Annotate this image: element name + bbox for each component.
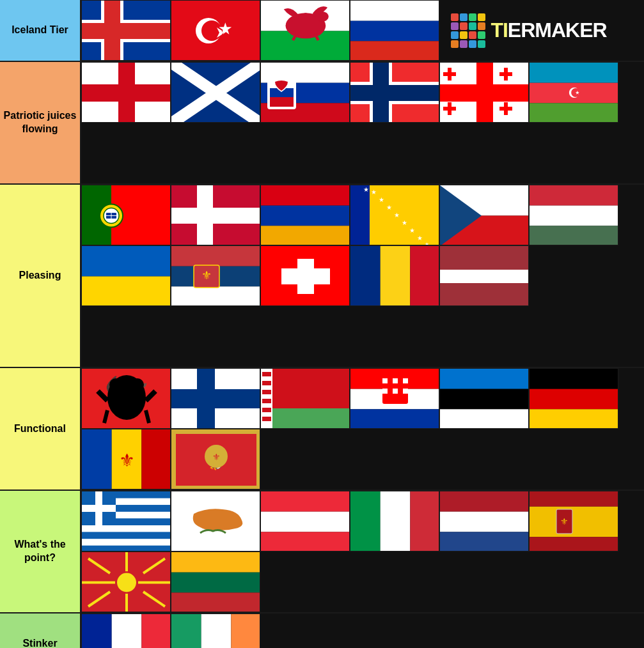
svg-rect-85 xyxy=(82,277,171,307)
svg-rect-3 xyxy=(82,23,171,39)
svg-rect-45 xyxy=(499,72,512,76)
svg-rect-86 xyxy=(171,246,260,266)
svg-rect-164 xyxy=(381,491,411,552)
svg-rect-38 xyxy=(373,63,389,123)
svg-rect-132 xyxy=(440,389,529,410)
svg-rect-152 xyxy=(82,525,171,532)
svg-rect-129 xyxy=(388,394,393,399)
flag-estonia xyxy=(439,368,529,429)
svg-rect-134 xyxy=(530,369,618,389)
svg-text:★: ★ xyxy=(394,212,400,219)
svg-text:★: ★ xyxy=(409,227,415,234)
svg-marker-68 xyxy=(370,185,439,245)
svg-text:★: ★ xyxy=(402,219,407,226)
svg-rect-64 xyxy=(261,185,350,206)
svg-rect-63 xyxy=(197,185,213,245)
flag-latvia xyxy=(439,245,529,306)
tier-label-functional: Functional xyxy=(0,368,81,490)
svg-rect-17 xyxy=(350,1,439,21)
tier-row-patriotic: Patriotic juices flowing xyxy=(0,62,644,185)
svg-rect-165 xyxy=(410,491,439,552)
svg-rect-65 xyxy=(261,206,350,226)
svg-rect-124 xyxy=(388,383,393,389)
flag-switzerland xyxy=(260,245,350,306)
svg-rect-171 xyxy=(530,537,618,552)
svg-rect-81 xyxy=(530,185,618,206)
tier-content-whatpoint: ⚜ xyxy=(81,491,644,612)
logo-grid-icon xyxy=(451,13,485,48)
svg-rect-188 xyxy=(112,614,142,648)
flag-norway xyxy=(350,62,439,123)
flag-albania: 🦅 xyxy=(81,368,171,429)
svg-rect-43 xyxy=(443,72,456,76)
svg-rect-88 xyxy=(171,286,260,306)
flag-moldova: ⚜ xyxy=(81,429,171,490)
flag-northmacedonia xyxy=(81,552,171,612)
flag-cyprus xyxy=(171,491,260,552)
svg-rect-94 xyxy=(350,246,381,306)
tier-row-functional: Functional 🦅 xyxy=(0,368,644,491)
svg-rect-139 xyxy=(141,429,171,490)
flag-georgia xyxy=(439,62,529,123)
svg-rect-131 xyxy=(440,369,529,389)
tier-row-iceland: Iceland Tier xyxy=(0,0,644,62)
svg-rect-161 xyxy=(261,512,350,532)
flag-ireland xyxy=(171,613,260,648)
svg-rect-133 xyxy=(440,409,529,429)
tiermaker-text: Tiermaker xyxy=(491,19,606,42)
flag-austria xyxy=(260,491,350,552)
svg-rect-154 xyxy=(82,539,171,546)
svg-rect-113 xyxy=(262,390,271,394)
svg-rect-121 xyxy=(382,378,388,383)
svg-rect-93 xyxy=(281,268,330,284)
svg-rect-98 xyxy=(440,270,529,283)
svg-rect-185 xyxy=(171,573,260,593)
svg-text:⚜: ⚜ xyxy=(201,269,212,282)
svg-rect-130 xyxy=(398,394,403,399)
svg-rect-168 xyxy=(440,532,529,552)
svg-rect-109 xyxy=(261,408,350,429)
tier-content-patriotic: ☪ xyxy=(81,62,644,183)
flag-montenegro: 🦅 ⚜ xyxy=(171,429,260,490)
svg-rect-158 xyxy=(82,505,116,512)
svg-text:☪: ☪ xyxy=(568,85,581,101)
flag-lithuania xyxy=(171,552,260,612)
tier-content-stinker xyxy=(81,613,644,648)
svg-rect-114 xyxy=(262,399,271,403)
svg-rect-122 xyxy=(393,378,398,383)
tier-content-functional: 🦅 xyxy=(81,368,644,490)
svg-point-104 xyxy=(131,378,144,391)
svg-rect-52 xyxy=(530,103,618,123)
flag-armenia xyxy=(260,185,350,245)
svg-text:★: ★ xyxy=(371,189,377,196)
svg-rect-37 xyxy=(350,85,439,101)
flag-czech xyxy=(439,185,529,245)
svg-rect-50 xyxy=(530,63,618,83)
svg-text:★: ★ xyxy=(363,186,369,193)
tier-row-stinker: Stinker xyxy=(0,613,644,648)
svg-text:★: ★ xyxy=(219,21,232,37)
flag-denmark xyxy=(171,185,260,245)
tier-label-pleasing: Pleasing xyxy=(0,185,81,367)
svg-rect-135 xyxy=(530,389,618,410)
flag-netherlands xyxy=(439,491,529,552)
flag-portugal xyxy=(81,185,171,245)
svg-rect-41 xyxy=(440,84,529,102)
svg-rect-62 xyxy=(171,208,260,224)
flag-iceland xyxy=(81,0,171,61)
flag-italy xyxy=(350,491,439,552)
svg-rect-186 xyxy=(171,592,260,612)
svg-rect-155 xyxy=(82,546,171,552)
svg-rect-136 xyxy=(530,409,618,429)
svg-rect-137 xyxy=(82,429,112,490)
svg-rect-153 xyxy=(82,532,171,539)
svg-rect-184 xyxy=(171,552,260,573)
flag-croatia xyxy=(350,368,439,429)
svg-rect-187 xyxy=(82,614,112,648)
svg-rect-95 xyxy=(381,246,411,306)
flag-scotland xyxy=(171,62,260,123)
svg-rect-192 xyxy=(231,614,260,648)
svg-rect-107 xyxy=(197,369,215,429)
svg-rect-66 xyxy=(261,226,350,245)
flag-azerbaijan: ☪ xyxy=(529,62,618,123)
